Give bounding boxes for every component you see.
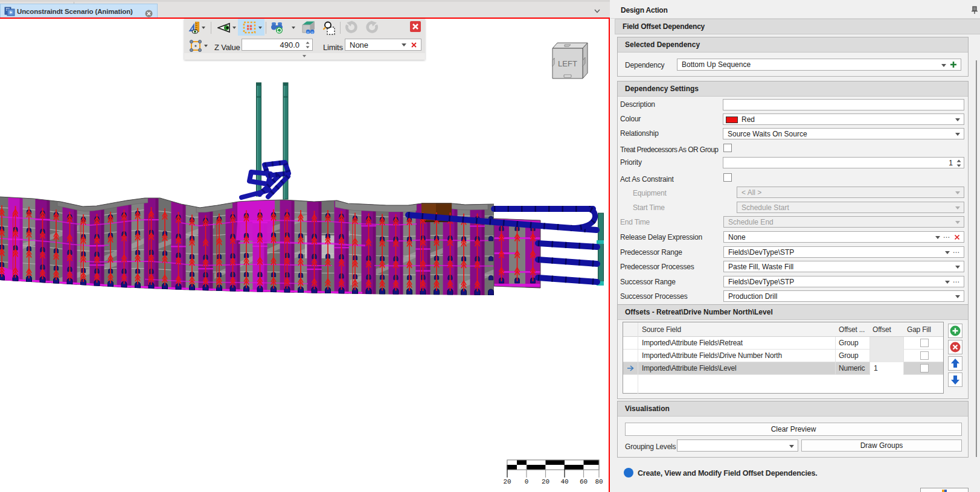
svg-text:40: 40 (560, 478, 568, 485)
svg-text:0: 0 (525, 478, 529, 485)
svg-text:20: 20 (503, 478, 511, 485)
svg-text:60: 60 (580, 478, 588, 485)
svg-text:80: 80 (595, 478, 603, 485)
svg-text:LEFT: LEFT (558, 59, 577, 68)
svg-text:20: 20 (542, 478, 549, 485)
